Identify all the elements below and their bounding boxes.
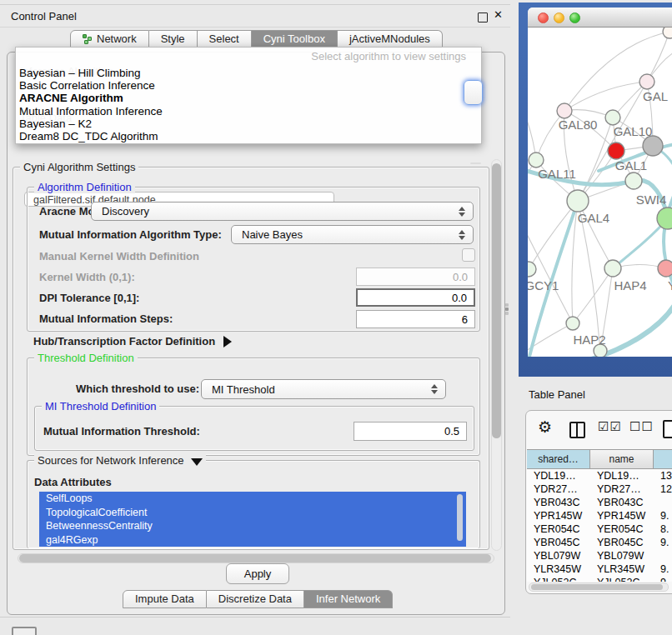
algorithm-option-dream8-dc-tdc-algorithm[interactable]: Dream8 DC_TDC Algorithm	[16, 130, 481, 142]
table-row[interactable]: YBL079WYBL079W	[527, 549, 672, 562]
hub-definition-toggle[interactable]: Hub/Transcription Factor Definition	[33, 335, 232, 348]
algorithm-option-basic-correlation-inference[interactable]: Basic Correlation Inference	[16, 79, 481, 92]
mi-steps-field[interactable]: 6	[356, 310, 475, 328]
network-edge[interactable]	[529, 201, 578, 269]
node-label-y: Y	[668, 278, 672, 292]
tab-label: Infer Network	[316, 591, 380, 608]
float-panel-icon[interactable]	[478, 12, 488, 22]
algorithm-option-mutual-information-inference[interactable]: Mutual Information Inference	[16, 105, 481, 118]
which-threshold-select[interactable]: MI Threshold	[201, 379, 446, 399]
node-salmon[interactable]	[658, 260, 672, 277]
table-horizontal-scrollbar-thumb[interactable]	[531, 584, 663, 590]
table-cell: 13	[654, 469, 672, 482]
table-row[interactable]: YBR045CYBR045C9.	[527, 536, 672, 549]
node-cream[interactable]	[663, 28, 672, 38]
table-row[interactable]: YBR043CYBR043C	[527, 496, 672, 509]
apply-button[interactable]: Apply	[226, 563, 289, 584]
mi-threshold-field[interactable]: 0.5	[354, 422, 467, 441]
tab-cyni-toolbox[interactable]: Cyni Toolbox	[252, 30, 338, 48]
tab-style[interactable]: Style	[149, 30, 198, 48]
table-cell: 12	[654, 482, 672, 496]
network-window-titlebar[interactable]	[528, 8, 672, 28]
node-gal4[interactable]	[567, 190, 589, 212]
network-edge[interactable]	[528, 102, 536, 160]
table-row[interactable]: YDR27…YDR27…12	[527, 482, 672, 496]
node-gray[interactable]	[643, 136, 663, 156]
tab-discretize-data[interactable]: Discretize Data	[207, 590, 304, 608]
close-panel-icon[interactable]: ✕	[494, 8, 503, 21]
node-gal10[interactable]	[605, 110, 620, 125]
network-edge[interactable]	[528, 228, 573, 323]
algorithm-option-aracne-algorithm[interactable]: ARACNE Algorithm	[16, 92, 481, 104]
tab-jactivemnodules[interactable]: jActiveMNodules	[338, 30, 443, 48]
table-row[interactable]: YER054CYER054C8.	[527, 522, 672, 536]
sources-frame: Sources for Network Inference Data Attri…	[27, 460, 480, 548]
which-threshold-value: MI Threshold	[212, 383, 275, 396]
stepper-icon	[431, 384, 438, 394]
kernel-width-field[interactable]: 0.0	[356, 268, 475, 286]
dpi-tolerance-field[interactable]: 0.0	[356, 288, 475, 307]
node-swi4[interactable]	[625, 172, 642, 189]
aracne-mode-select[interactable]: Discovery	[91, 202, 474, 221]
node-pink-top[interactable]	[639, 74, 654, 89]
node-label-swi4: SWI4	[636, 192, 667, 207]
gear-icon[interactable]: ⚙	[538, 418, 552, 436]
column-header-cut[interactable]	[654, 449, 672, 469]
table-row[interactable]: YDL19…YDL19…13	[527, 469, 672, 482]
sources-toggle[interactable]: Sources for Network Inference	[34, 454, 206, 467]
table-cell: 9.	[654, 536, 672, 549]
tab-impute-data[interactable]: Impute Data	[123, 590, 207, 608]
node-gal80[interactable]	[557, 103, 572, 118]
column-header-name[interactable]: name	[590, 449, 654, 469]
node-hap2[interactable]	[566, 317, 579, 330]
table-horizontal-scrollbar[interactable]	[529, 582, 669, 592]
focused-combobox-fragment[interactable]	[464, 80, 483, 105]
node-label-gal4: GAL4	[578, 211, 609, 225]
mi-threshold-label: Mutual Information Threshold:	[43, 425, 200, 438]
tab-network[interactable]: Network	[70, 30, 149, 48]
manual-kernel-checkbox[interactable]	[462, 248, 475, 262]
select-all-checkboxes-icon[interactable]: ☑☑	[598, 419, 622, 434]
minimized-panel-icon[interactable]	[12, 627, 37, 635]
node-gcy1[interactable]	[528, 262, 536, 277]
cp-tabs: NetworkStyleSelectCyni ToolboxjActiveMNo…	[70, 30, 443, 48]
list-scrollbar[interactable]	[457, 494, 463, 541]
algorithm-option-bayesian-k2[interactable]: Bayesian – K2	[16, 118, 481, 130]
node-gal1[interactable]	[608, 142, 624, 159]
zoom-window-icon[interactable]	[569, 12, 580, 23]
function-builder-icon[interactable]	[663, 420, 672, 438]
network-edge[interactable]	[647, 32, 669, 82]
splitter-handle-icon[interactable]	[505, 308, 509, 311]
tab-select[interactable]: Select	[198, 30, 252, 48]
attribute-item-topologicalcoefficient[interactable]: TopologicalCoefficient	[39, 506, 466, 520]
settings-vertical-scrollbar-thumb[interactable]	[492, 163, 501, 438]
attribute-item-gal4rgexp[interactable]: gal4RGexp	[39, 533, 466, 548]
column-header-shared[interactable]: shared…	[527, 449, 590, 469]
network-canvas[interactable]: GALGAL80GAL10GAL1GAL11SWI4GAL4GCY1HAP4YH…	[528, 28, 672, 357]
split-columns-icon[interactable]	[569, 422, 585, 438]
network-edge[interactable]	[573, 268, 613, 323]
close-window-icon[interactable]	[538, 12, 549, 23]
minimize-window-icon[interactable]	[554, 12, 564, 23]
kernel-width-label: Kernel Width (0,1):	[39, 271, 135, 283]
node-gal11[interactable]	[529, 152, 544, 168]
table-cell: 9.	[654, 562, 672, 576]
mi-type-select[interactable]: Naive Bayes	[231, 225, 474, 244]
attribute-item-betweennesscentrality[interactable]: BetweennessCentrality	[39, 519, 466, 533]
node-label-hap4: HAP4	[614, 278, 646, 292]
data-attributes-list[interactable]: SelfLoopsTopologicalCoefficientBetweenne…	[39, 492, 466, 547]
network-edge[interactable]	[564, 82, 647, 111]
tab-infer-network[interactable]: Infer Network	[304, 590, 393, 608]
tab-label: jActiveMNodules	[349, 31, 430, 48]
algorithm-option-bayesian-hill-climbing[interactable]: Bayesian – Hill Climbing	[16, 67, 481, 79]
tab-label: Discretize Data	[218, 591, 292, 608]
table-row[interactable]: YJL052CYJL052C9.	[527, 576, 672, 582]
settings-horizontal-scrollbar-thumb[interactable]	[19, 554, 491, 562]
deselect-all-checkboxes-icon[interactable]: ☐☐	[629, 419, 654, 434]
table-row[interactable]: YLR345WYLR345W9.	[527, 562, 672, 576]
attribute-item-selfloops[interactable]: SelfLoops	[39, 492, 466, 506]
table-cell: 9.	[654, 576, 672, 582]
node-hap4[interactable]	[604, 260, 621, 277]
table-row[interactable]: YPR145WYPR145W9.	[527, 509, 672, 522]
table-cell: YDL19…	[527, 469, 590, 482]
